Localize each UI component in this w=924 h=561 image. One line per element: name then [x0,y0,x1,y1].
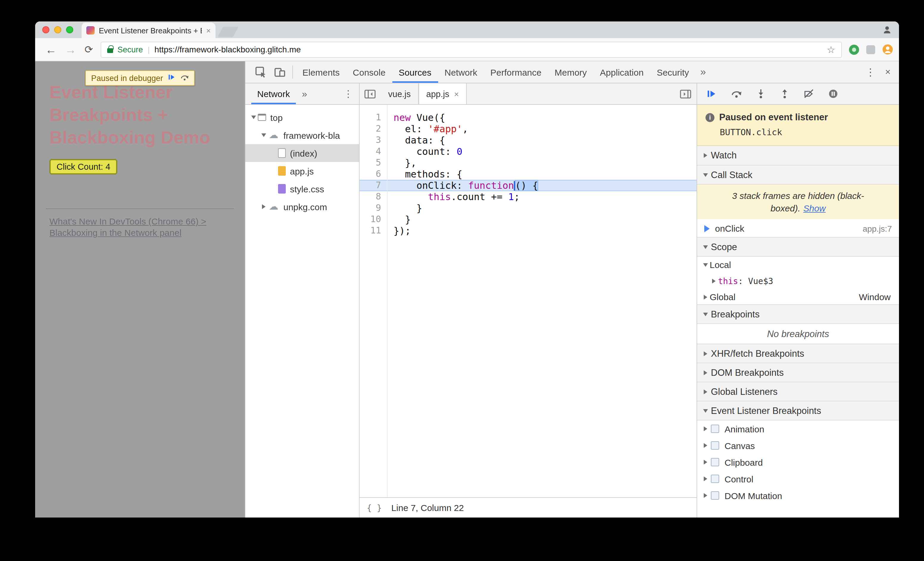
devtools-tab-sources[interactable]: Sources [392,62,438,83]
minimize-window-button[interactable] [54,26,62,33]
click-count-button[interactable]: Click Count: 4 [50,159,118,174]
checkbox[interactable] [711,424,719,433]
forward-button[interactable]: → [65,44,76,55]
section-global-listeners[interactable]: Global Listeners [697,382,899,401]
code-line-8[interactable]: 8 this.count += 1; [360,191,697,202]
tab-close-icon[interactable]: × [454,89,459,99]
toggle-navigator-icon[interactable] [360,89,381,99]
deactivate-breakpoints-icon[interactable] [804,89,814,99]
code-line-9[interactable]: 9 } [360,202,697,214]
tree-item-style-css[interactable]: style.css [245,180,359,198]
expand-icon[interactable] [701,289,710,305]
section-call-stack[interactable]: Call Stack [697,165,899,184]
show-blackboxed-link[interactable]: Show [804,203,826,213]
extension-icon-green[interactable] [849,44,859,54]
event-category-animation[interactable]: Animation [697,420,899,437]
section-scope[interactable]: Scope [697,237,899,256]
new-tab-button[interactable] [218,27,238,37]
extension-icon-gray[interactable] [866,45,875,54]
section-breakpoints[interactable]: Breakpoints [697,304,899,324]
checkbox[interactable] [711,458,719,466]
editor-tab-app-js[interactable]: app.js× [418,83,467,104]
checkbox[interactable] [711,441,719,450]
close-window-button[interactable] [42,26,50,33]
tree-item-framework-bla[interactable]: framework-bla [245,126,359,144]
link-line[interactable]: Blackboxing in the Network panel [50,227,230,238]
banner-resume-icon[interactable] [168,73,176,83]
scope-this-row[interactable]: this: Vue$3 [697,273,899,289]
devtools-tab-performance[interactable]: Performance [484,62,548,83]
expand-icon[interactable] [701,420,710,437]
zoom-window-button[interactable] [66,26,73,33]
navigator-menu-icon[interactable]: ⋮ [344,88,353,99]
banner-step-over-icon[interactable] [180,73,189,83]
devtools-tab-application[interactable]: Application [593,62,650,83]
line-number[interactable]: 10 [360,214,387,225]
step-over-icon[interactable] [731,89,742,98]
url-text[interactable]: https://framework-blackboxing.glitch.me [154,45,301,54]
more-tabs-chevron[interactable]: » [696,66,711,78]
devtools-tab-security[interactable]: Security [650,62,695,83]
navigator-more-tabs-chevron[interactable]: » [302,88,307,99]
expand-icon[interactable] [701,471,710,487]
reload-button[interactable]: ⟳ [84,44,93,54]
link-line[interactable]: What's New In DevTools (Chrome 66) > [50,216,230,227]
line-number[interactable]: 11 [360,225,387,236]
tree-item-app-js[interactable]: app.js [245,162,359,180]
code-line-3[interactable]: 3 data: { [360,135,697,146]
section-watch[interactable]: Watch [697,146,899,165]
expand-icon[interactable] [701,454,710,471]
step-out-icon[interactable] [780,89,789,99]
device-toolbar-icon[interactable] [274,66,286,78]
line-number[interactable]: 7 [360,180,387,191]
line-number[interactable]: 3 [360,135,387,146]
address-bar[interactable]: Secure | https://framework-blackboxing.g… [101,41,842,57]
inspect-icon[interactable] [255,66,267,78]
event-category-dom-mutation[interactable]: DOM Mutation [697,487,899,504]
code-line-1[interactable]: 1new Vue({ [360,112,697,123]
browser-tab[interactable]: Event Listener Breakpoints + B × [82,22,216,38]
section-xhr-breakpoints[interactable]: XHR/fetch Breakpoints [697,344,899,363]
checkbox[interactable] [711,491,719,500]
devtools-tab-console[interactable]: Console [346,62,392,83]
scope-global-row[interactable]: Global Window [697,289,899,305]
event-category-clipboard[interactable]: Clipboard [697,454,899,471]
pause-on-exceptions-icon[interactable] [828,89,838,99]
code-line-10[interactable]: 10 } [360,214,697,225]
devtools-tab-elements[interactable]: Elements [296,62,346,83]
section-dom-breakpoints[interactable]: DOM Breakpoints [697,363,899,382]
resume-icon[interactable] [707,89,717,99]
code-line-2[interactable]: 2 el: '#app', [360,123,697,135]
event-category-canvas[interactable]: Canvas [697,437,899,454]
section-event-listener-breakpoints[interactable]: Event Listener Breakpoints [697,401,899,420]
devtools-menu-icon[interactable]: ⋮ [860,66,881,78]
line-number[interactable]: 9 [360,202,387,214]
avatar-icon[interactable] [882,44,893,55]
step-into-icon[interactable] [756,89,766,99]
code-editor[interactable]: 1new Vue({2 el: '#app',3 data: {4 count:… [360,105,697,497]
expand-icon[interactable] [701,487,710,504]
scope-local-row[interactable]: Local [697,256,899,273]
devtools-close-icon[interactable]: × [881,67,899,77]
code-line-6[interactable]: 6 methods: { [360,168,697,180]
line-number[interactable]: 5 [360,157,387,168]
code-line-5[interactable]: 5 }, [360,157,697,168]
tree-arrow-icon[interactable] [259,198,268,216]
expand-icon[interactable] [709,273,718,289]
line-number[interactable]: 6 [360,168,387,180]
code-line-4[interactable]: 4 count: 0 [360,146,697,157]
line-number[interactable]: 8 [360,191,387,202]
devtools-article-link[interactable]: What's New In DevTools (Chrome 66) > Bla… [50,216,230,238]
editor-tab-vue-js[interactable]: vue.js [381,83,418,104]
code-line-7[interactable]: 7 onClick: function() { [360,180,697,191]
profile-icon[interactable] [882,25,892,37]
line-number[interactable]: 2 [360,123,387,135]
expand-icon[interactable] [701,437,710,454]
event-category-control[interactable]: Control [697,471,899,487]
tab-close-icon[interactable]: × [206,26,211,35]
devtools-tab-network[interactable]: Network [438,62,484,83]
tree-item-top[interactable]: top [245,108,359,126]
tree-arrow-icon[interactable] [259,126,268,144]
devtools-tab-memory[interactable]: Memory [548,62,593,83]
tree-item-unpkg-com[interactable]: unpkg.com [245,198,359,216]
